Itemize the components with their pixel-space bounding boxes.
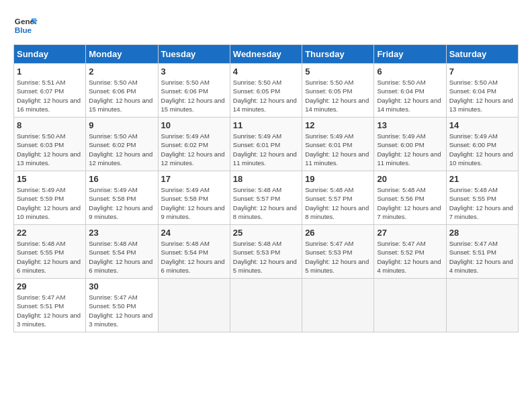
calendar-day-cell: 19Sunrise: 5:48 AMSunset: 5:57 PMDayligh… (302, 171, 374, 225)
day-detail: Sunrise: 5:49 AMSunset: 6:00 PMDaylight:… (377, 132, 443, 167)
calendar-day-cell: 25Sunrise: 5:48 AMSunset: 5:53 PMDayligh… (230, 225, 302, 279)
day-detail: Sunrise: 5:50 AMSunset: 6:04 PMDaylight:… (449, 78, 515, 113)
day-detail: Sunrise: 5:48 AMSunset: 5:57 PMDaylight:… (233, 185, 299, 221)
day-detail: Sunrise: 5:48 AMSunset: 5:56 PMDaylight:… (377, 185, 443, 221)
day-number: 24 (161, 228, 227, 238)
calendar-day-cell: 20Sunrise: 5:48 AMSunset: 5:56 PMDayligh… (374, 171, 446, 225)
day-number: 2 (89, 66, 154, 77)
calendar-day-cell: 10Sunrise: 5:49 AMSunset: 6:02 PMDayligh… (158, 118, 230, 171)
day-detail: Sunrise: 5:47 AMSunset: 5:52 PMDaylight:… (377, 239, 443, 275)
calendar-day-cell: 30Sunrise: 5:47 AMSunset: 5:50 PMDayligh… (86, 279, 158, 332)
calendar-day-cell (230, 279, 302, 332)
calendar-day-cell: 22Sunrise: 5:48 AMSunset: 5:55 PMDayligh… (14, 225, 86, 279)
day-detail: Sunrise: 5:50 AMSunset: 6:06 PMDaylight:… (89, 78, 154, 113)
day-header-tuesday: Tuesday (158, 45, 230, 64)
day-number: 14 (449, 120, 515, 130)
calendar-day-cell: 17Sunrise: 5:49 AMSunset: 5:58 PMDayligh… (158, 171, 230, 225)
day-number: 6 (377, 66, 443, 77)
day-header-wednesday: Wednesday (230, 45, 302, 64)
calendar-day-cell (302, 279, 374, 332)
day-detail: Sunrise: 5:49 AMSunset: 6:01 PMDaylight:… (305, 132, 371, 167)
calendar-header-row: SundayMondayTuesdayWednesdayThursdayFrid… (14, 45, 519, 64)
svg-text:Blue: Blue (15, 26, 32, 34)
day-detail: Sunrise: 5:50 AMSunset: 6:05 PMDaylight:… (305, 78, 371, 113)
calendar-day-cell (446, 279, 518, 332)
day-number: 1 (17, 66, 83, 77)
day-detail: Sunrise: 5:47 AMSunset: 5:53 PMDaylight:… (305, 239, 371, 275)
calendar-week-row: 29Sunrise: 5:47 AMSunset: 5:51 PMDayligh… (14, 279, 519, 332)
day-number: 12 (305, 120, 371, 130)
calendar-day-cell: 6Sunrise: 5:50 AMSunset: 6:04 PMDaylight… (374, 64, 446, 118)
day-detail: Sunrise: 5:48 AMSunset: 5:55 PMDaylight:… (449, 185, 515, 221)
calendar-day-cell: 9Sunrise: 5:50 AMSunset: 6:02 PMDaylight… (86, 118, 158, 171)
day-detail: Sunrise: 5:50 AMSunset: 6:02 PMDaylight:… (89, 132, 154, 167)
calendar-day-cell: 29Sunrise: 5:47 AMSunset: 5:51 PMDayligh… (14, 279, 86, 332)
day-number: 17 (161, 174, 227, 184)
day-header-sunday: Sunday (14, 45, 86, 64)
calendar-day-cell: 7Sunrise: 5:50 AMSunset: 6:04 PMDaylight… (446, 64, 518, 118)
logo: General Blue (13, 13, 38, 38)
calendar-week-row: 22Sunrise: 5:48 AMSunset: 5:55 PMDayligh… (14, 225, 519, 279)
logo-icon: General Blue (13, 13, 38, 38)
day-detail: Sunrise: 5:47 AMSunset: 5:51 PMDaylight:… (17, 293, 83, 328)
calendar-week-row: 15Sunrise: 5:49 AMSunset: 5:59 PMDayligh… (14, 171, 519, 225)
day-detail: Sunrise: 5:48 AMSunset: 5:54 PMDaylight:… (161, 239, 227, 275)
calendar-day-cell: 18Sunrise: 5:48 AMSunset: 5:57 PMDayligh… (230, 171, 302, 225)
day-detail: Sunrise: 5:51 AMSunset: 6:07 PMDaylight:… (17, 78, 83, 113)
day-number: 13 (377, 120, 443, 130)
day-header-thursday: Thursday (302, 45, 374, 64)
calendar-day-cell: 16Sunrise: 5:49 AMSunset: 5:58 PMDayligh… (86, 171, 158, 225)
day-number: 7 (449, 66, 515, 77)
day-number: 30 (89, 281, 154, 291)
day-detail: Sunrise: 5:47 AMSunset: 5:50 PMDaylight:… (89, 293, 154, 328)
calendar-week-row: 8Sunrise: 5:50 AMSunset: 6:03 PMDaylight… (14, 118, 519, 171)
day-number: 20 (377, 174, 443, 184)
day-number: 15 (17, 174, 83, 184)
day-header-friday: Friday (374, 45, 446, 64)
day-number: 29 (17, 281, 83, 291)
day-detail: Sunrise: 5:49 AMSunset: 6:01 PMDaylight:… (233, 132, 299, 167)
calendar-day-cell: 11Sunrise: 5:49 AMSunset: 6:01 PMDayligh… (230, 118, 302, 171)
day-number: 10 (161, 120, 227, 130)
day-detail: Sunrise: 5:50 AMSunset: 6:05 PMDaylight:… (233, 78, 299, 113)
day-number: 9 (89, 120, 154, 130)
calendar-day-cell: 12Sunrise: 5:49 AMSunset: 6:01 PMDayligh… (302, 118, 374, 171)
calendar-day-cell: 15Sunrise: 5:49 AMSunset: 5:59 PMDayligh… (14, 171, 86, 225)
day-detail: Sunrise: 5:47 AMSunset: 5:51 PMDaylight:… (449, 239, 515, 275)
day-number: 26 (305, 228, 371, 238)
day-number: 11 (233, 120, 299, 130)
day-number: 19 (305, 174, 371, 184)
calendar-day-cell: 4Sunrise: 5:50 AMSunset: 6:05 PMDaylight… (230, 64, 302, 118)
day-detail: Sunrise: 5:49 AMSunset: 6:02 PMDaylight:… (161, 132, 227, 167)
day-detail: Sunrise: 5:48 AMSunset: 5:55 PMDaylight:… (17, 239, 83, 275)
day-detail: Sunrise: 5:50 AMSunset: 6:03 PMDaylight:… (17, 132, 83, 167)
calendar-day-cell: 14Sunrise: 5:49 AMSunset: 6:00 PMDayligh… (446, 118, 518, 171)
calendar-day-cell: 1Sunrise: 5:51 AMSunset: 6:07 PMDaylight… (14, 64, 86, 118)
day-number: 23 (89, 228, 154, 238)
day-number: 18 (233, 174, 299, 184)
calendar-day-cell: 23Sunrise: 5:48 AMSunset: 5:54 PMDayligh… (86, 225, 158, 279)
day-number: 5 (305, 66, 371, 77)
day-number: 25 (233, 228, 299, 238)
day-header-monday: Monday (86, 45, 158, 64)
day-detail: Sunrise: 5:49 AMSunset: 5:58 PMDaylight:… (89, 185, 154, 221)
day-detail: Sunrise: 5:49 AMSunset: 6:00 PMDaylight:… (449, 132, 515, 167)
day-detail: Sunrise: 5:48 AMSunset: 5:53 PMDaylight:… (233, 239, 299, 275)
day-number: 27 (377, 228, 443, 238)
calendar-body: 1Sunrise: 5:51 AMSunset: 6:07 PMDaylight… (14, 64, 519, 332)
day-header-saturday: Saturday (446, 45, 518, 64)
day-number: 21 (449, 174, 515, 184)
calendar-day-cell: 21Sunrise: 5:48 AMSunset: 5:55 PMDayligh… (446, 171, 518, 225)
day-number: 22 (17, 228, 83, 238)
calendar-table: SundayMondayTuesdayWednesdayThursdayFrid… (13, 44, 519, 332)
day-number: 28 (449, 228, 515, 238)
calendar-day-cell: 28Sunrise: 5:47 AMSunset: 5:51 PMDayligh… (446, 225, 518, 279)
calendar-day-cell: 5Sunrise: 5:50 AMSunset: 6:05 PMDaylight… (302, 64, 374, 118)
day-number: 16 (89, 174, 154, 184)
calendar-day-cell (158, 279, 230, 332)
calendar-day-cell: 26Sunrise: 5:47 AMSunset: 5:53 PMDayligh… (302, 225, 374, 279)
calendar-day-cell: 2Sunrise: 5:50 AMSunset: 6:06 PMDaylight… (86, 64, 158, 118)
calendar-day-cell: 3Sunrise: 5:50 AMSunset: 6:06 PMDaylight… (158, 64, 230, 118)
day-number: 4 (233, 66, 299, 77)
header: General Blue (13, 13, 519, 38)
